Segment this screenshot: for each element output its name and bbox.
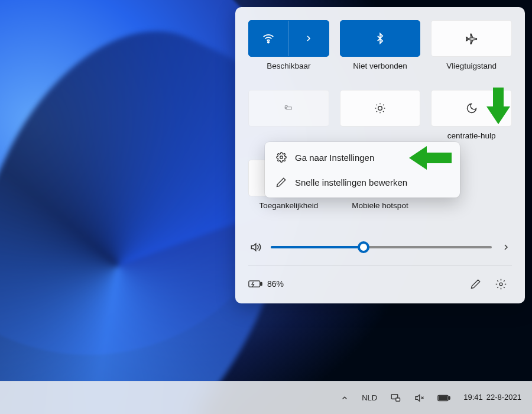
system-tray: NLD 19:41 22-8-2021 [338, 389, 524, 407]
svg-rect-10 [396, 398, 400, 401]
language-label: NLD [362, 393, 377, 402]
volume-slider[interactable] [271, 246, 492, 248]
battery-charging-icon [248, 279, 262, 289]
wifi-tile[interactable] [248, 20, 329, 57]
bluetooth-icon [374, 31, 386, 46]
airplane-icon [465, 32, 478, 45]
tray-language[interactable]: NLD [359, 390, 379, 406]
volume-slider-fill [271, 246, 364, 248]
brightness-icon [374, 102, 386, 114]
panel-footer: 86% [248, 265, 512, 295]
battery-saver-tile[interactable] [248, 90, 329, 127]
svg-rect-13 [439, 396, 447, 399]
chevron-up-icon [340, 394, 349, 402]
pencil-icon [471, 279, 481, 289]
wifi-toggle[interactable] [249, 21, 289, 56]
menu-settings-label: Ga naar Instellingen [295, 153, 374, 163]
svg-rect-12 [449, 396, 450, 399]
airplane-label: Vliegtuigstand [446, 62, 497, 82]
chevron-right-icon [304, 34, 313, 43]
network-icon [390, 393, 401, 403]
svg-point-0 [268, 41, 269, 43]
accessibility-label: Toegankelijkheid [259, 201, 318, 221]
volume-slider-thumb[interactable] [358, 241, 369, 253]
bluetooth-tile[interactable] [340, 20, 421, 57]
battery-icon [437, 394, 450, 402]
wifi-icon [262, 32, 275, 45]
battery-saver-icon [281, 103, 296, 114]
clock-time: 19:41 [463, 393, 483, 403]
tray-battery[interactable] [435, 390, 453, 406]
bluetooth-label: Niet verbonden [353, 62, 407, 82]
annotation-arrow [486, 88, 510, 124]
tray-clock[interactable]: 19:41 22-8-2021 [461, 389, 524, 406]
menu-edit-label: Snelle instellingen bewerken [295, 177, 407, 187]
airplane-tile[interactable] [431, 20, 512, 57]
battery-percent: 86% [267, 279, 284, 289]
wifi-label: Beschikbaar [267, 62, 310, 82]
brightness-tile[interactable] [340, 90, 421, 127]
tray-overflow[interactable] [338, 390, 351, 406]
svg-rect-6 [249, 281, 260, 287]
edit-button[interactable] [465, 273, 487, 295]
pencil-icon [276, 177, 287, 187]
menu-edit-quick-settings[interactable]: Snelle instellingen bewerken [268, 170, 457, 195]
battery-status[interactable]: 86% [248, 279, 284, 289]
chevron-right-icon[interactable] [501, 242, 511, 252]
quick-settings-panel: Beschikbaar Niet verbonden Vliegtuigstan… [235, 7, 525, 303]
moon-icon [466, 102, 478, 114]
speaker-icon[interactable] [249, 241, 261, 253]
volume-slider-row [248, 241, 512, 253]
svg-point-5 [280, 156, 283, 159]
svg-point-8 [499, 283, 502, 286]
wifi-expand[interactable] [289, 21, 329, 56]
taskbar: NLD 19:41 22-8-2021 [0, 381, 532, 414]
svg-rect-7 [261, 282, 262, 285]
hotspot-label: Mobiele hotspot [352, 201, 408, 221]
clock-date: 22-8-2021 [486, 393, 521, 403]
settings-button[interactable] [489, 273, 512, 295]
gear-icon [495, 279, 507, 290]
svg-point-1 [285, 107, 287, 109]
tray-volume[interactable] [411, 389, 427, 407]
gear-icon [276, 152, 287, 163]
tray-network[interactable] [388, 389, 403, 407]
speaker-muted-icon [414, 393, 424, 403]
annotation-arrow [409, 146, 452, 170]
svg-point-2 [378, 106, 382, 111]
